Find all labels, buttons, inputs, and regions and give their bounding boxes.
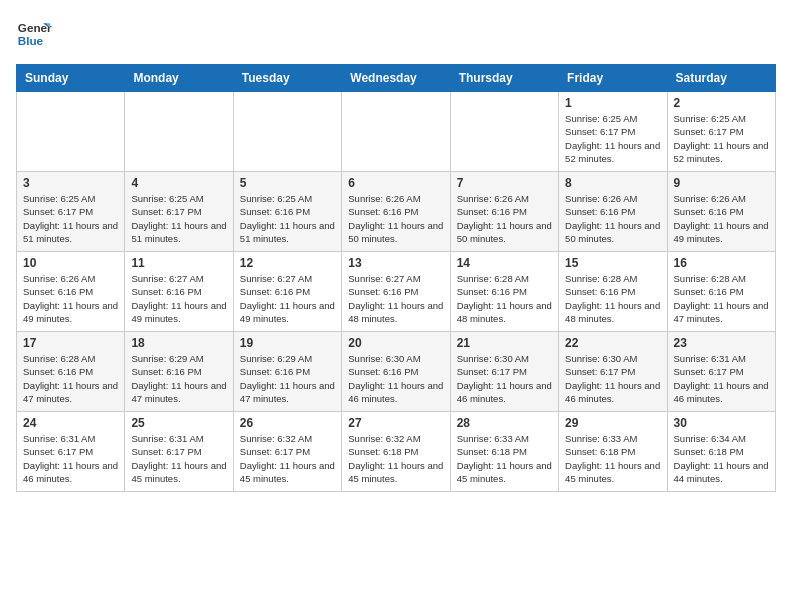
day-info: Sunrise: 6:30 AM Sunset: 6:17 PM Dayligh… [457, 352, 552, 405]
day-info: Sunrise: 6:31 AM Sunset: 6:17 PM Dayligh… [131, 432, 226, 485]
calendar-cell [125, 92, 233, 172]
calendar-cell: 4Sunrise: 6:25 AM Sunset: 6:17 PM Daylig… [125, 172, 233, 252]
svg-text:General: General [18, 21, 52, 34]
day-number: 2 [674, 96, 769, 110]
calendar-cell: 21Sunrise: 6:30 AM Sunset: 6:17 PM Dayli… [450, 332, 558, 412]
day-info: Sunrise: 6:31 AM Sunset: 6:17 PM Dayligh… [23, 432, 118, 485]
page-header: General Blue [16, 16, 776, 52]
day-number: 22 [565, 336, 660, 350]
day-info: Sunrise: 6:26 AM Sunset: 6:16 PM Dayligh… [674, 192, 769, 245]
calendar-cell: 18Sunrise: 6:29 AM Sunset: 6:16 PM Dayli… [125, 332, 233, 412]
day-number: 4 [131, 176, 226, 190]
calendar-cell: 3Sunrise: 6:25 AM Sunset: 6:17 PM Daylig… [17, 172, 125, 252]
day-number: 29 [565, 416, 660, 430]
day-number: 24 [23, 416, 118, 430]
day-number: 16 [674, 256, 769, 270]
day-number: 10 [23, 256, 118, 270]
day-number: 6 [348, 176, 443, 190]
day-number: 28 [457, 416, 552, 430]
day-info: Sunrise: 6:25 AM Sunset: 6:17 PM Dayligh… [565, 112, 660, 165]
calendar-cell: 23Sunrise: 6:31 AM Sunset: 6:17 PM Dayli… [667, 332, 775, 412]
day-number: 12 [240, 256, 335, 270]
day-info: Sunrise: 6:26 AM Sunset: 6:16 PM Dayligh… [348, 192, 443, 245]
day-info: Sunrise: 6:28 AM Sunset: 6:16 PM Dayligh… [565, 272, 660, 325]
calendar-cell: 12Sunrise: 6:27 AM Sunset: 6:16 PM Dayli… [233, 252, 341, 332]
calendar-cell: 1Sunrise: 6:25 AM Sunset: 6:17 PM Daylig… [559, 92, 667, 172]
calendar-cell [450, 92, 558, 172]
col-header-saturday: Saturday [667, 65, 775, 92]
calendar-cell: 30Sunrise: 6:34 AM Sunset: 6:18 PM Dayli… [667, 412, 775, 492]
day-info: Sunrise: 6:32 AM Sunset: 6:18 PM Dayligh… [348, 432, 443, 485]
day-number: 14 [457, 256, 552, 270]
day-number: 9 [674, 176, 769, 190]
calendar-cell: 7Sunrise: 6:26 AM Sunset: 6:16 PM Daylig… [450, 172, 558, 252]
day-number: 17 [23, 336, 118, 350]
calendar-week-3: 10Sunrise: 6:26 AM Sunset: 6:16 PM Dayli… [17, 252, 776, 332]
calendar-cell: 5Sunrise: 6:25 AM Sunset: 6:16 PM Daylig… [233, 172, 341, 252]
calendar-cell: 13Sunrise: 6:27 AM Sunset: 6:16 PM Dayli… [342, 252, 450, 332]
calendar-cell: 15Sunrise: 6:28 AM Sunset: 6:16 PM Dayli… [559, 252, 667, 332]
day-info: Sunrise: 6:25 AM Sunset: 6:16 PM Dayligh… [240, 192, 335, 245]
day-number: 20 [348, 336, 443, 350]
day-info: Sunrise: 6:31 AM Sunset: 6:17 PM Dayligh… [674, 352, 769, 405]
calendar-cell: 9Sunrise: 6:26 AM Sunset: 6:16 PM Daylig… [667, 172, 775, 252]
day-number: 21 [457, 336, 552, 350]
calendar-cell: 24Sunrise: 6:31 AM Sunset: 6:17 PM Dayli… [17, 412, 125, 492]
calendar-cell: 2Sunrise: 6:25 AM Sunset: 6:17 PM Daylig… [667, 92, 775, 172]
day-number: 15 [565, 256, 660, 270]
day-info: Sunrise: 6:29 AM Sunset: 6:16 PM Dayligh… [131, 352, 226, 405]
day-info: Sunrise: 6:32 AM Sunset: 6:17 PM Dayligh… [240, 432, 335, 485]
calendar-header-row: SundayMondayTuesdayWednesdayThursdayFrid… [17, 65, 776, 92]
calendar-cell: 22Sunrise: 6:30 AM Sunset: 6:17 PM Dayli… [559, 332, 667, 412]
day-number: 25 [131, 416, 226, 430]
col-header-monday: Monday [125, 65, 233, 92]
day-info: Sunrise: 6:25 AM Sunset: 6:17 PM Dayligh… [674, 112, 769, 165]
day-info: Sunrise: 6:26 AM Sunset: 6:16 PM Dayligh… [457, 192, 552, 245]
day-number: 26 [240, 416, 335, 430]
day-info: Sunrise: 6:30 AM Sunset: 6:16 PM Dayligh… [348, 352, 443, 405]
calendar-cell: 10Sunrise: 6:26 AM Sunset: 6:16 PM Dayli… [17, 252, 125, 332]
svg-text:Blue: Blue [18, 34, 44, 47]
day-number: 13 [348, 256, 443, 270]
calendar-cell: 17Sunrise: 6:28 AM Sunset: 6:16 PM Dayli… [17, 332, 125, 412]
day-number: 8 [565, 176, 660, 190]
day-number: 3 [23, 176, 118, 190]
calendar-cell: 27Sunrise: 6:32 AM Sunset: 6:18 PM Dayli… [342, 412, 450, 492]
day-number: 23 [674, 336, 769, 350]
calendar-cell: 28Sunrise: 6:33 AM Sunset: 6:18 PM Dayli… [450, 412, 558, 492]
calendar-cell: 29Sunrise: 6:33 AM Sunset: 6:18 PM Dayli… [559, 412, 667, 492]
calendar-table: SundayMondayTuesdayWednesdayThursdayFrid… [16, 64, 776, 492]
day-number: 19 [240, 336, 335, 350]
day-info: Sunrise: 6:28 AM Sunset: 6:16 PM Dayligh… [674, 272, 769, 325]
day-info: Sunrise: 6:34 AM Sunset: 6:18 PM Dayligh… [674, 432, 769, 485]
day-info: Sunrise: 6:33 AM Sunset: 6:18 PM Dayligh… [565, 432, 660, 485]
calendar-cell: 16Sunrise: 6:28 AM Sunset: 6:16 PM Dayli… [667, 252, 775, 332]
calendar-cell [233, 92, 341, 172]
calendar-cell: 26Sunrise: 6:32 AM Sunset: 6:17 PM Dayli… [233, 412, 341, 492]
day-info: Sunrise: 6:27 AM Sunset: 6:16 PM Dayligh… [240, 272, 335, 325]
day-info: Sunrise: 6:28 AM Sunset: 6:16 PM Dayligh… [457, 272, 552, 325]
col-header-tuesday: Tuesday [233, 65, 341, 92]
day-number: 11 [131, 256, 226, 270]
calendar-cell: 19Sunrise: 6:29 AM Sunset: 6:16 PM Dayli… [233, 332, 341, 412]
day-info: Sunrise: 6:33 AM Sunset: 6:18 PM Dayligh… [457, 432, 552, 485]
day-info: Sunrise: 6:25 AM Sunset: 6:17 PM Dayligh… [131, 192, 226, 245]
calendar-week-5: 24Sunrise: 6:31 AM Sunset: 6:17 PM Dayli… [17, 412, 776, 492]
day-number: 18 [131, 336, 226, 350]
calendar-cell: 14Sunrise: 6:28 AM Sunset: 6:16 PM Dayli… [450, 252, 558, 332]
day-number: 1 [565, 96, 660, 110]
day-info: Sunrise: 6:30 AM Sunset: 6:17 PM Dayligh… [565, 352, 660, 405]
day-number: 5 [240, 176, 335, 190]
calendar-cell: 11Sunrise: 6:27 AM Sunset: 6:16 PM Dayli… [125, 252, 233, 332]
day-number: 27 [348, 416, 443, 430]
day-info: Sunrise: 6:26 AM Sunset: 6:16 PM Dayligh… [23, 272, 118, 325]
calendar-week-2: 3Sunrise: 6:25 AM Sunset: 6:17 PM Daylig… [17, 172, 776, 252]
day-info: Sunrise: 6:27 AM Sunset: 6:16 PM Dayligh… [348, 272, 443, 325]
day-info: Sunrise: 6:26 AM Sunset: 6:16 PM Dayligh… [565, 192, 660, 245]
col-header-thursday: Thursday [450, 65, 558, 92]
calendar-cell: 20Sunrise: 6:30 AM Sunset: 6:16 PM Dayli… [342, 332, 450, 412]
calendar-cell: 8Sunrise: 6:26 AM Sunset: 6:16 PM Daylig… [559, 172, 667, 252]
calendar-cell [17, 92, 125, 172]
day-info: Sunrise: 6:27 AM Sunset: 6:16 PM Dayligh… [131, 272, 226, 325]
calendar-week-1: 1Sunrise: 6:25 AM Sunset: 6:17 PM Daylig… [17, 92, 776, 172]
